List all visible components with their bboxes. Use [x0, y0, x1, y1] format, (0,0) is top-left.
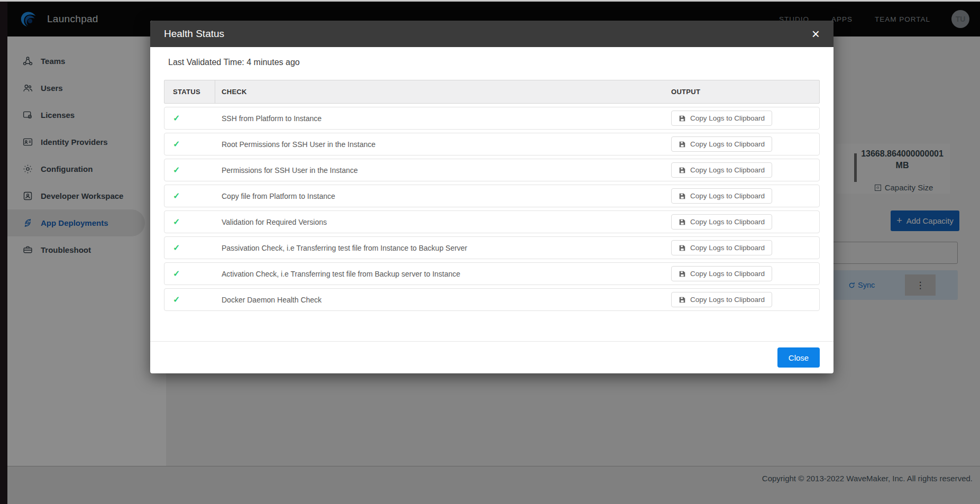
modal-header: Health Status ×: [150, 21, 834, 47]
check-name: Activation Check, i.e Transferring test …: [222, 270, 460, 278]
window-top-edge: [0, 0, 980, 2]
save-icon: [679, 296, 686, 304]
copy-logs-label: Copy Logs to Clipboard: [690, 192, 765, 200]
status-check-icon: ✓: [173, 295, 180, 305]
copy-logs-label: Copy Logs to Clipboard: [690, 244, 765, 252]
copy-logs-button[interactable]: Copy Logs to Clipboard: [671, 188, 772, 204]
copy-logs-button[interactable]: Copy Logs to Clipboard: [671, 240, 772, 255]
modal-title: Health Status: [164, 28, 224, 40]
check-name: Docker Daemon Health Check: [222, 296, 322, 304]
copy-logs-label: Copy Logs to Clipboard: [690, 296, 765, 304]
save-icon: [679, 141, 686, 148]
last-validated-time: Last Validated Time: 4 minutes ago: [168, 58, 820, 67]
copy-logs-button[interactable]: Copy Logs to Clipboard: [671, 111, 772, 126]
table-header-row: STATUS CHECK OUTPUT: [164, 80, 820, 104]
status-check-icon: ✓: [173, 165, 180, 175]
check-name: Copy file from Platform to Instance: [222, 192, 335, 200]
modal-footer: Close: [150, 341, 834, 373]
health-checks-table: STATUS CHECK OUTPUT ✓ SSH from Platform …: [164, 80, 820, 311]
check-name: Validation for Required Versions: [222, 218, 327, 226]
save-icon: [679, 218, 686, 226]
copy-logs-button[interactable]: Copy Logs to Clipboard: [671, 214, 772, 230]
health-status-modal: Health Status × Last Validated Time: 4 m…: [150, 21, 834, 373]
table-row: ✓ Validation for Required Versions Copy …: [164, 210, 820, 233]
close-button[interactable]: Close: [777, 347, 820, 368]
status-check-icon: ✓: [173, 191, 180, 201]
copy-logs-label: Copy Logs to Clipboard: [690, 218, 765, 226]
save-icon: [679, 270, 686, 278]
table-row: ✓ Passivation Check, i.e Transferring te…: [164, 236, 820, 259]
status-check-icon: ✓: [173, 269, 180, 279]
status-check-icon: ✓: [173, 217, 180, 227]
table-row: ✓ Docker Daemon Health Check Copy Logs t…: [164, 288, 820, 311]
modal-body: Last Validated Time: 4 minutes ago STATU…: [150, 58, 834, 311]
copy-logs-button[interactable]: Copy Logs to Clipboard: [671, 292, 772, 307]
save-icon: [679, 244, 686, 252]
column-header-output: OUTPUT: [665, 80, 819, 103]
close-icon[interactable]: ×: [812, 27, 820, 41]
save-icon: [679, 115, 686, 122]
status-check-icon: ✓: [173, 243, 180, 253]
table-row: ✓ Permissions for SSH User in the Instan…: [164, 159, 820, 181]
copy-logs-label: Copy Logs to Clipboard: [690, 166, 765, 174]
check-name: Passivation Check, i.e Transferring test…: [222, 244, 468, 252]
copy-logs-label: Copy Logs to Clipboard: [690, 270, 765, 278]
copy-logs-button[interactable]: Copy Logs to Clipboard: [671, 266, 772, 281]
copy-logs-button[interactable]: Copy Logs to Clipboard: [671, 136, 772, 152]
table-row: ✓ Activation Check, i.e Transferring tes…: [164, 262, 820, 285]
column-header-check: CHECK: [215, 80, 665, 103]
check-name: Permissions for SSH User in the Instance: [222, 166, 358, 175]
check-name: SSH from Platform to Instance: [222, 114, 322, 123]
table-row: ✓ Root Permissions for SSH User in the I…: [164, 133, 820, 155]
check-name: Root Permissions for SSH User in the Ins…: [222, 140, 375, 149]
copy-logs-label: Copy Logs to Clipboard: [690, 140, 765, 148]
save-icon: [679, 193, 686, 200]
table-row: ✓ Copy file from Platform to Instance Co…: [164, 185, 820, 207]
column-header-status: STATUS: [164, 80, 215, 103]
copy-logs-label: Copy Logs to Clipboard: [690, 114, 765, 122]
save-icon: [679, 167, 686, 174]
copy-logs-button[interactable]: Copy Logs to Clipboard: [671, 162, 772, 178]
status-check-icon: ✓: [173, 113, 180, 123]
table-row: ✓ SSH from Platform to Instance Copy Log…: [164, 107, 820, 130]
status-check-icon: ✓: [173, 139, 180, 149]
